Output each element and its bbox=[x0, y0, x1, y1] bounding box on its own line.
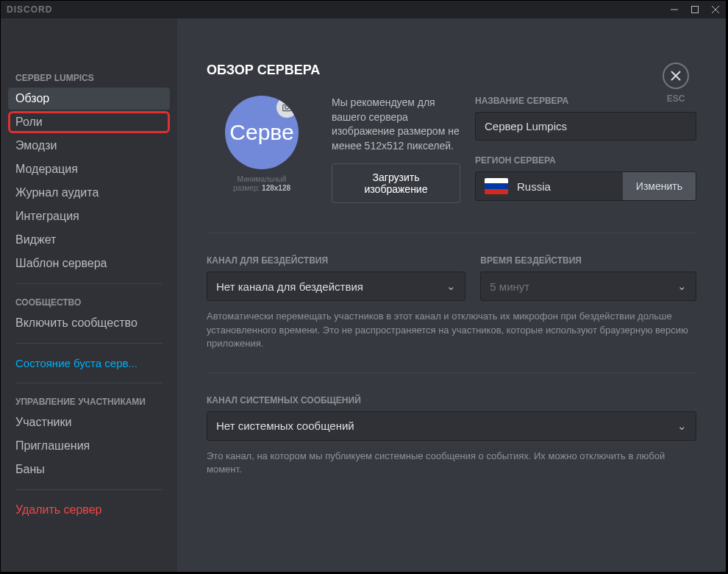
content: СЕРВЕР LUMPICS Обзор Роли Эмодзи Модерац… bbox=[1, 18, 726, 572]
sidebar-item-bans[interactable]: Баны bbox=[8, 458, 170, 481]
sidebar-item-moderation[interactable]: Модерация bbox=[8, 158, 170, 180]
divider bbox=[15, 343, 163, 344]
close-window-button[interactable] bbox=[705, 1, 726, 18]
divider bbox=[15, 489, 163, 490]
overview-row: Серве Минимальный размер: 128x128 Мы рек… bbox=[207, 96, 696, 203]
region-value: Russia bbox=[517, 180, 551, 193]
sidebar-item-audit-log[interactable]: Журнал аудита bbox=[8, 182, 170, 204]
close-icon bbox=[670, 70, 682, 82]
chevron-down-icon: ⌄ bbox=[677, 419, 687, 433]
sidebar-item-members[interactable]: Участники bbox=[8, 411, 170, 433]
afk-channel-value: Нет канала для бездействия bbox=[216, 280, 363, 293]
avatar-min-size: Минимальный размер: 128x128 bbox=[207, 175, 317, 193]
region-display: Russia bbox=[476, 172, 623, 200]
system-channel-help-text: Это канал, на котором мы публикуем систе… bbox=[207, 450, 696, 476]
app-brand: DISCORD bbox=[7, 4, 52, 15]
avatar-column: Серве Минимальный размер: 128x128 bbox=[207, 96, 317, 203]
region-row: Russia Изменить bbox=[475, 171, 696, 201]
sidebar-item-delete-server[interactable]: Удалить сервер bbox=[8, 499, 170, 521]
afk-channel-label: КАНАЛ ДЛЯ БЕЗДЕЙСТВИЯ bbox=[207, 255, 465, 266]
divider bbox=[207, 233, 696, 233]
divider bbox=[15, 383, 163, 383]
server-name-input[interactable] bbox=[475, 112, 696, 141]
upload-image-button[interactable]: Загрузить изображение bbox=[332, 163, 460, 203]
close-label: ESC bbox=[663, 93, 689, 104]
divider bbox=[15, 283, 163, 284]
sidebar-item-invites[interactable]: Приглашения bbox=[8, 435, 170, 457]
upload-image-icon bbox=[276, 97, 297, 118]
sidebar-category-members: УПРАВЛЕНИЕ УЧАСТНИКАМИ bbox=[8, 392, 170, 411]
avatar-placeholder-text: Серве bbox=[229, 120, 293, 145]
sidebar-item-template[interactable]: Шаблон сервера bbox=[8, 252, 170, 274]
change-region-button[interactable]: Изменить bbox=[623, 172, 696, 200]
sidebar-item-enable-community[interactable]: Включить сообщество bbox=[8, 312, 170, 334]
page-title: ОБЗОР СЕРВЕРА bbox=[207, 63, 696, 78]
close-settings-button[interactable] bbox=[663, 63, 689, 89]
sidebar-item-integrations[interactable]: Интеграция bbox=[8, 205, 170, 227]
afk-channel-select[interactable]: Нет канала для бездействия ⌄ bbox=[207, 272, 465, 301]
sidebar-item-widget[interactable]: Виджет bbox=[8, 229, 170, 251]
minimize-button[interactable] bbox=[664, 1, 685, 18]
sidebar-item-emoji[interactable]: Эмодзи bbox=[8, 135, 170, 157]
afk-help-text: Автоматически перемещать участников в эт… bbox=[207, 310, 696, 350]
sidebar-category-community: СООБЩЕСТВО bbox=[8, 293, 170, 312]
system-channel-select[interactable]: Нет системных сообщений ⌄ bbox=[207, 411, 696, 441]
sidebar-category-server: СЕРВЕР LUMPICS bbox=[8, 68, 170, 88]
sidebar-item-overview[interactable]: Обзор bbox=[8, 88, 170, 110]
chevron-down-icon: ⌄ bbox=[446, 280, 456, 293]
chevron-down-icon: ⌄ bbox=[677, 280, 687, 293]
app-window: DISCORD СЕРВЕР LUMPICS Обзор Роли Эмодзи… bbox=[0, 0, 727, 573]
server-avatar[interactable]: Серве bbox=[225, 96, 299, 169]
settings-sidebar: СЕРВЕР LUMPICS Обзор Роли Эмодзи Модерац… bbox=[1, 18, 177, 572]
recommend-text: Мы рекомендуем для вашего сервера изобра… bbox=[332, 96, 460, 153]
maximize-button[interactable] bbox=[685, 1, 705, 18]
main-panel: ESC ОБЗОР СЕРВЕРА Серве Минимальный разм… bbox=[177, 18, 726, 572]
afk-timeout-label: ВРЕМЯ БЕЗДЕЙСТВИЯ bbox=[480, 255, 696, 266]
fields-column: НАЗВАНИЕ СЕРВЕРА РЕГИОН СЕРВЕРА Russia И… bbox=[475, 96, 696, 203]
system-channel-label: КАНАЛ СИСТЕМНЫХ СООБЩЕНИЙ bbox=[207, 395, 696, 405]
flag-russia-icon bbox=[485, 178, 508, 194]
sidebar-item-roles[interactable]: Роли bbox=[8, 111, 170, 133]
svg-point-6 bbox=[288, 103, 292, 107]
afk-timeout-value: 5 минут bbox=[490, 280, 529, 293]
afk-timeout-select[interactable]: 5 минут ⌄ bbox=[480, 272, 696, 301]
divider bbox=[207, 372, 696, 373]
system-channel-value: Нет системных сообщений bbox=[216, 419, 354, 432]
afk-row: КАНАЛ ДЛЯ БЕЗДЕЙСТВИЯ Нет канала для без… bbox=[207, 255, 696, 301]
window-controls bbox=[664, 1, 726, 18]
titlebar: DISCORD bbox=[1, 1, 726, 18]
sidebar-item-boost-status[interactable]: Состояние буста серв... bbox=[8, 352, 170, 374]
recommend-column: Мы рекомендуем для вашего сервера изобра… bbox=[332, 96, 460, 203]
server-region-label: РЕГИОН СЕРВЕРА bbox=[475, 155, 696, 166]
svg-rect-1 bbox=[692, 7, 699, 13]
